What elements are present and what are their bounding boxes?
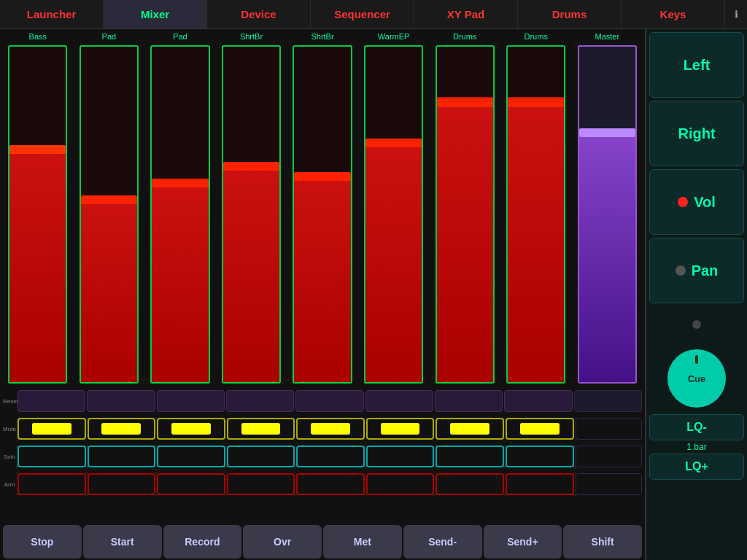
- spacer-dot: [649, 306, 744, 343]
- channel-master: Master: [573, 32, 643, 384]
- mute-btn-4[interactable]: [227, 418, 295, 440]
- lq-minus-button[interactable]: LQ-: [649, 414, 744, 440]
- tab-launcher[interactable]: Launcher: [0, 0, 104, 28]
- channel-label-drums1: Drums: [453, 32, 476, 44]
- fader-shrtbr2[interactable]: [293, 45, 352, 384]
- vol-dot-icon: [678, 197, 688, 207]
- tab-xypad[interactable]: XY Pad: [414, 0, 518, 28]
- mute-row: Mute: [3, 416, 642, 442]
- solo-btn-4[interactable]: [227, 446, 295, 467]
- arm-btn-7[interactable]: [436, 473, 504, 495]
- fader-handle-shrtbr1[interactable]: [223, 162, 279, 171]
- pan-button[interactable]: Pan: [649, 238, 744, 303]
- fader-drums2[interactable]: [506, 45, 565, 384]
- solo-btn-1[interactable]: [18, 446, 86, 467]
- arm-btn-1[interactable]: [18, 473, 86, 495]
- fader-fill-shrtbr1: [223, 164, 279, 382]
- fader-bass[interactable]: [8, 45, 67, 384]
- mute-btn-7[interactable]: [436, 418, 504, 440]
- channel-warmep: WarmEP: [359, 32, 429, 384]
- mute-btn-8[interactable]: [506, 418, 574, 440]
- info-button[interactable]: ℹ: [725, 0, 747, 28]
- fader-warmep[interactable]: [364, 45, 423, 384]
- arm-btn-2[interactable]: [88, 473, 156, 495]
- tab-drums[interactable]: Drums: [518, 0, 622, 28]
- mixer-area: Bass Pad Pad: [0, 29, 645, 560]
- mute-btn-6[interactable]: [366, 418, 435, 440]
- solo-btn-7[interactable]: [436, 446, 504, 467]
- right-button[interactable]: Right: [649, 101, 744, 166]
- mute-btn-master[interactable]: [576, 418, 643, 440]
- cue-area: Cue: [649, 346, 744, 411]
- record-button[interactable]: Record: [163, 525, 242, 559]
- reset-btn-2[interactable]: [87, 390, 155, 412]
- fader-handle-shrtbr2[interactable]: [294, 172, 350, 181]
- ovr-button[interactable]: Ovr: [243, 525, 322, 559]
- reset-btn-1[interactable]: [18, 390, 85, 412]
- start-button[interactable]: Start: [83, 525, 162, 559]
- stop-button[interactable]: Stop: [3, 525, 82, 559]
- fader-fill-pad2: [152, 181, 208, 382]
- channel-label-pad1: Pad: [102, 32, 117, 44]
- channel-label-drums2: Drums: [525, 32, 548, 44]
- fader-fill-bass: [9, 147, 66, 382]
- fader-drums1[interactable]: [436, 45, 495, 384]
- send-plus-button[interactable]: Send+: [484, 525, 562, 559]
- fader-handle-drums2[interactable]: [508, 98, 564, 107]
- main-area: Bass Pad Pad: [0, 29, 747, 560]
- fader-handle-pad1[interactable]: [81, 195, 137, 204]
- mute-btn-1[interactable]: [18, 418, 86, 440]
- shift-button[interactable]: Shift: [563, 525, 642, 559]
- mute-btn-2[interactable]: [88, 418, 156, 440]
- fader-shrtbr1[interactable]: [222, 45, 281, 384]
- channel-label-shrtbr1: ShrtBr: [240, 32, 263, 44]
- lq-section: LQ- 1 bar LQ+: [649, 414, 744, 480]
- arm-btn-4[interactable]: [227, 473, 295, 495]
- arm-btn-3[interactable]: [157, 473, 225, 495]
- mute-btn-3[interactable]: [157, 418, 225, 440]
- channel-label-shrtbr2: ShrtBr: [311, 32, 333, 44]
- reset-btn-7[interactable]: [435, 390, 503, 412]
- fader-handle-drums1[interactable]: [437, 98, 493, 107]
- fader-master[interactable]: [578, 45, 637, 384]
- transport-bar: Stop Start Record Ovr Met Send- Send+ Sh…: [0, 524, 645, 560]
- solo-btn-3[interactable]: [157, 446, 225, 467]
- arm-btn-6[interactable]: [366, 473, 435, 495]
- reset-btn-8[interactable]: [504, 390, 572, 412]
- fader-fill-shrtbr2: [294, 174, 350, 382]
- solo-btn-master[interactable]: [576, 446, 643, 467]
- fader-handle-master[interactable]: [579, 128, 635, 137]
- solo-btn-6[interactable]: [366, 446, 435, 467]
- mute-btn-5[interactable]: [296, 418, 365, 440]
- reset-btn-3[interactable]: [157, 390, 225, 412]
- vol-button[interactable]: Vol: [649, 169, 744, 235]
- top-navigation: Launcher Mixer Device Sequencer XY Pad D…: [0, 0, 747, 29]
- channel-shrtbr1: ShrtBr: [217, 32, 287, 384]
- reset-btn-4[interactable]: [226, 390, 294, 412]
- arm-btn-5[interactable]: [296, 473, 365, 495]
- fader-pad1[interactable]: [80, 45, 139, 384]
- channel-pad1: Pad: [74, 32, 144, 384]
- tab-keys[interactable]: Keys: [622, 0, 725, 28]
- solo-btn-5[interactable]: [296, 446, 365, 467]
- send-minus-button[interactable]: Send-: [403, 525, 482, 559]
- solo-btn-8[interactable]: [506, 446, 574, 467]
- lq-plus-button[interactable]: LQ+: [649, 454, 744, 480]
- fader-handle-pad2[interactable]: [152, 179, 208, 187]
- fader-handle-bass[interactable]: [9, 145, 66, 154]
- tab-sequencer[interactable]: Sequencer: [311, 0, 414, 28]
- reset-btn-master[interactable]: [574, 390, 642, 412]
- arm-btn-master[interactable]: [576, 473, 643, 495]
- tab-mixer[interactable]: Mixer: [104, 0, 207, 28]
- fader-handle-warmep[interactable]: [365, 139, 422, 147]
- cue-knob[interactable]: Cue: [667, 349, 726, 408]
- reset-btn-5[interactable]: [295, 390, 363, 412]
- channel-label-warmep: WarmEP: [378, 32, 410, 44]
- met-button[interactable]: Met: [323, 525, 402, 559]
- fader-pad2[interactable]: [150, 45, 209, 384]
- solo-btn-2[interactable]: [88, 446, 156, 467]
- reset-btn-6[interactable]: [365, 390, 433, 412]
- arm-btn-8[interactable]: [506, 473, 574, 495]
- tab-device[interactable]: Device: [207, 0, 311, 28]
- left-button[interactable]: Left: [649, 32, 744, 98]
